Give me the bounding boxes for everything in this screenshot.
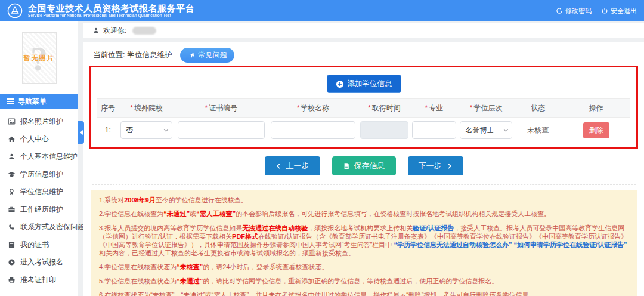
prev-step-button[interactable]: 上一步 — [265, 156, 320, 175]
save-info-button[interactable]: 保存信息 — [332, 156, 396, 175]
school-name-input[interactable] — [271, 121, 355, 139]
page-subtitle: Service Platform for National Profession… — [28, 14, 186, 18]
notice-item-3: 3.报考人员提交的境内高等教育学历学位信息如果无法通过在线自动核验，须按报名地考… — [99, 224, 628, 258]
col-header-actions: 操作 — [562, 103, 630, 113]
nav-menu-header[interactable]: 导航菜单 — [0, 94, 78, 109]
degree-level-select[interactable]: 名誉博士 — [460, 121, 512, 139]
divider — [92, 184, 636, 185]
required-asterisk: * — [368, 104, 371, 112]
col-header-degree-level: *学位层次 — [458, 103, 514, 113]
required-asterisk: * — [205, 104, 208, 112]
notice-item-4: 4.学位信息在线核查状态为“未核查”的，请24小时后，登录系统查看核查状态。 — [99, 263, 628, 272]
chevron-left-icon — [275, 163, 282, 169]
sidebar-item-work-history[interactable]: 工作经历维护 — [0, 201, 78, 219]
sidebar-item-personal-center[interactable]: 个人中心 — [0, 131, 78, 149]
pointer-icon — [188, 51, 195, 58]
required-asterisk: * — [130, 104, 133, 112]
platform-logo-icon — [7, 3, 23, 18]
sidebar-item-basic-info[interactable]: 个人基本信息维护 — [0, 148, 78, 166]
screen: 全国专业技术人员资格考试报名服务平台 Service Platform for … — [0, 0, 644, 296]
sidebar-item-enter-registration[interactable]: 进入考试报名 — [0, 254, 78, 272]
user-icon — [92, 27, 100, 34]
sidebar-item-print-admission[interactable]: 准考证打印 — [0, 272, 78, 289]
chevron-right-icon — [446, 163, 453, 169]
power-icon — [601, 7, 608, 14]
col-header-major: *专业 — [410, 103, 458, 113]
sidebar-collapse-handle[interactable] — [78, 121, 84, 144]
sidebar-item-education-info[interactable]: 学历信息维护 — [0, 166, 78, 184]
home-icon — [8, 135, 16, 143]
notice-item-2: 2.学位信息在线核查为“未通过”或“需人工核查”的不会影响后续报名，可先进行报考… — [99, 210, 628, 218]
main-content: 欢迎你: 当前位置:学位信息维护 常见问题 添加学位信息 — [83, 23, 644, 296]
certificate-no-input[interactable] — [178, 121, 264, 139]
content-card: 当前位置:学位信息维护 常见问题 添加学位信息 序号 *境外院校 — [83, 42, 644, 296]
sidebar-item-degree-info[interactable]: 学位信息维护 — [0, 183, 78, 201]
faq-button[interactable]: 常见问题 — [180, 48, 234, 63]
save-file-icon — [343, 162, 350, 169]
phone-icon — [8, 223, 16, 231]
welcome-label: 欢迎你: — [103, 26, 126, 36]
change-password-link[interactable]: 修改密码 — [556, 7, 592, 16]
notice-item-1: 1.系统对2008年9月至今的学位信息进行在线核查。 — [99, 196, 628, 205]
username-redacted — [132, 27, 156, 35]
required-asterisk: * — [470, 104, 473, 112]
top-header: 全国专业技术人员资格考试报名服务平台 Service Platform for … — [0, 0, 644, 21]
chevron-down-icon — [163, 127, 168, 131]
table-header-row: 序号 *境外院校 *证书编号 *学校名称 *取得时间 *专业 *学位层次 状态 … — [97, 98, 630, 118]
brand: 全国专业技术人员资格考试报名服务平台 Service Platform for … — [28, 4, 194, 18]
notice-item-6: 6.在线核查状态为“未核查”、“未通过”或“需人工核查”，并且未在考试报名中使用… — [99, 291, 628, 296]
col-header-status: 状态 — [514, 103, 562, 113]
notice-box: 1.系统对2008年9月至今的学位信息进行在线核查。 2.学位信息在线核查为“未… — [91, 190, 637, 296]
welcome-bar: 欢迎你: — [83, 23, 644, 38]
plus-circle-icon — [336, 80, 344, 88]
print-icon — [8, 276, 16, 284]
next-step-button[interactable]: 下一步 — [408, 156, 463, 175]
major-input[interactable] — [412, 121, 457, 139]
photo-placeholder: ? 暂无照片 — [22, 32, 57, 84]
overseas-select[interactable]: 否 — [120, 121, 172, 139]
table-row: 1: 否 名誉博士 — [97, 118, 630, 143]
logout-link[interactable]: 安全退出 — [601, 7, 637, 16]
add-degree-button[interactable]: 添加学位信息 — [327, 75, 401, 93]
refresh-icon — [556, 7, 563, 14]
delete-button[interactable]: 删除 — [583, 122, 609, 138]
required-asterisk: * — [425, 104, 428, 112]
col-header-school-name: *学校名称 — [268, 103, 358, 113]
collapse-arrow-icon — [78, 130, 83, 135]
status-badge: 未核查 — [527, 125, 549, 135]
sidebar-menu: 报名照片维护 个人中心 个人基本信息维护 学历信息维护 学位信息维护 工作经历维… — [0, 109, 78, 289]
row-index: 1: — [97, 126, 119, 134]
no-photo-label: 暂无照片 — [24, 54, 55, 63]
required-asterisk: * — [297, 104, 300, 112]
education-icon — [8, 171, 16, 178]
obtain-time-input[interactable] — [360, 121, 408, 139]
breadcrumb: 当前位置:学位信息维护 — [93, 50, 172, 60]
chevron-down-icon — [503, 127, 508, 131]
sidebar-item-photo-maintain[interactable]: 报名照片维护 — [0, 113, 78, 131]
sidebar-item-contact-security[interactable]: 联系方式及密保问题 — [0, 218, 78, 236]
enter-icon — [8, 258, 16, 266]
col-header-index: 序号 — [97, 103, 119, 113]
hamburger-icon — [7, 98, 14, 104]
photo-icon — [8, 118, 16, 125]
notice-item-5: 5.学位信息在线核查状态为“未通过”的，请比对学信网学位信息，重新添加正确的学位… — [99, 278, 628, 286]
briefcase-icon — [8, 206, 16, 214]
col-header-certificate-no: *证书编号 — [175, 103, 268, 113]
degree-info-annotated-section: 添加学位信息 序号 *境外院校 *证书编号 *学校名称 *取得时间 *专业 *学… — [89, 66, 638, 149]
page-title: 全国专业技术人员资格考试报名服务平台 — [28, 4, 194, 14]
certificate-icon — [8, 241, 16, 249]
sidebar-item-my-certificates[interactable]: 我的证书 — [0, 236, 78, 254]
sidebar: ? 暂无照片 导航菜单 报名照片维护 个人中心 个人基本信息维护 学历信息维护 — [0, 21, 78, 296]
degree-icon — [8, 188, 16, 196]
user-icon — [8, 153, 16, 161]
col-header-overseas: *境外院校 — [119, 103, 175, 113]
col-header-obtain-time: *取得时间 — [358, 103, 410, 113]
